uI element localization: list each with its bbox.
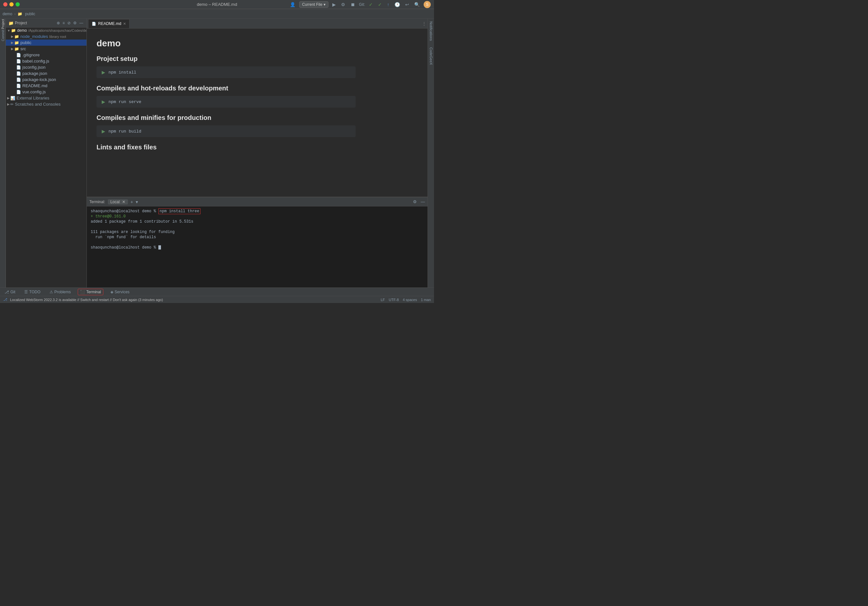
avatar[interactable]: S	[424, 1, 431, 8]
md-content: demo Project setup ▶ npm install Compile…	[96, 38, 356, 151]
commit-icon[interactable]: Commit	[0, 33, 6, 38]
maximize-button[interactable]	[16, 2, 20, 6]
problems-bottom-btn[interactable]: ⚠ Problems	[48, 289, 73, 295]
tree-item-src[interactable]: ▶ 📁 src	[6, 46, 87, 52]
tree-item-public[interactable]: ▶ 📁 public	[6, 40, 87, 46]
tree-item-readme[interactable]: 📄 README.md	[6, 82, 87, 89]
external-libs-icon: 📊	[10, 96, 15, 101]
tree-item-root[interactable]: ▼ 📁 demo /Applications/shaoqunchao/Codes…	[6, 28, 87, 33]
vue-config-label: vue.config.js	[22, 89, 46, 94]
services-icon: ◈	[110, 290, 113, 294]
project-icon[interactable]: Project	[0, 22, 6, 26]
minimize-button[interactable]	[9, 2, 14, 6]
file-tree-title: Project	[15, 21, 55, 25]
terminal-line-2: + three@0.161.0	[91, 214, 424, 219]
tree-item-babel[interactable]: 📄 babel.config.js	[6, 58, 87, 64]
public-label: public	[20, 40, 31, 45]
tree-item-scratches[interactable]: ▶ ✏ Scratches and Consoles	[6, 101, 87, 107]
tree-item-gitignore[interactable]: 📄 .gitignore	[6, 52, 87, 58]
tab-more-icon[interactable]: ⋮	[422, 21, 426, 26]
tree-item-vue-config[interactable]: 📄 vue.config.js	[6, 89, 87, 95]
tree-add-icon[interactable]: ⊕	[56, 20, 60, 26]
readme-tab-icon: 📄	[91, 22, 96, 26]
revert-icon[interactable]: ↩	[404, 1, 410, 8]
status-spaces: 4 spaces	[403, 298, 417, 302]
todo-bottom-btn[interactable]: ☰ TODO	[22, 289, 42, 295]
tree-item-package[interactable]: 📄 package.json	[6, 70, 87, 76]
section-prod-title: Compiles and minifies for production	[96, 114, 356, 121]
notifications-icon[interactable]: Notifications	[429, 22, 433, 41]
terminal-bottom-btn[interactable]: ⬛ Terminal	[78, 289, 103, 295]
readme-icon: 📄	[16, 84, 21, 88]
current-file-label: Current File	[302, 2, 322, 7]
terminal-local-tab[interactable]: Local ✕	[108, 199, 128, 205]
node-modules-label: node_modules	[20, 34, 48, 39]
terminal-add-icon[interactable]: +	[130, 199, 133, 205]
tree-item-package-lock[interactable]: 📄 package-lock.json	[6, 76, 87, 82]
tree-filter-icon[interactable]: ⊘	[67, 20, 71, 26]
editor-area[interactable]: demo Project setup ▶ npm install Compile…	[87, 28, 428, 197]
breadcrumb-project[interactable]: demo	[3, 12, 12, 16]
avatar-letter: S	[426, 2, 428, 7]
code-block-build: ▶ npm run build	[96, 126, 356, 137]
tree-item-external-libs[interactable]: ▶ 📊 External Libraries	[6, 95, 87, 101]
git-push-icon[interactable]: ↑	[386, 1, 391, 8]
main-area: Project Commit 📁 Project ⊕ ≡ ⊘ ⚙ — ▼ 📁 d…	[0, 19, 434, 303]
terminal-line-1: shaoqunchao@localhost demo % npm install…	[91, 209, 424, 214]
codegeex-icon[interactable]: CodeGeeX	[429, 47, 433, 65]
git-bottom-btn[interactable]: ⎇ Git	[3, 289, 17, 295]
babel-icon: 📄	[16, 59, 21, 64]
tree-item-jsconfig[interactable]: 📄 jsconfig.json	[6, 64, 87, 70]
todo-label: TODO	[29, 290, 40, 294]
terminal-line-8: shaoqunchao@localhost demo %	[91, 246, 424, 250]
problems-icon: ⚠	[50, 290, 53, 294]
current-file-button[interactable]: Current File ▾	[299, 1, 329, 8]
status-bar: ⎇ Localized WebStorm 2022.3.2 is availab…	[0, 296, 434, 303]
file-tree-header: 📁 Project ⊕ ≡ ⊘ ⚙ —	[6, 19, 87, 28]
terminal-cursor	[158, 246, 161, 250]
user-icon[interactable]: 👤	[288, 1, 297, 8]
terminal-line-6: run `npm fund` for details	[91, 235, 424, 239]
terminal-body[interactable]: shaoqunchao@localhost demo % npm install…	[87, 207, 428, 287]
breadcrumb-folder[interactable]: public	[25, 12, 35, 16]
tree-close-icon[interactable]: —	[79, 20, 84, 26]
history-icon[interactable]: 🕐	[393, 1, 401, 8]
terminal-tab-label: Local	[110, 200, 120, 204]
terminal-minimize-icon[interactable]: —	[421, 199, 425, 204]
terminal-prompt-1: shaoqunchao@localhost demo %	[91, 209, 158, 214]
jsconfig-icon: 📄	[16, 65, 21, 70]
package-icon: 📄	[16, 71, 21, 76]
git-bottom-label: Git	[10, 290, 15, 294]
terminal-line-7	[91, 240, 424, 245]
terminal-bottom-icon: ⬛	[80, 290, 85, 294]
todo-icon: ☰	[24, 290, 28, 294]
terminal-line-3: added 1 package from 1 contributor in 5.…	[91, 219, 424, 224]
git-check2-icon[interactable]: ✓	[377, 1, 383, 8]
md-title: demo	[96, 38, 356, 49]
services-bottom-btn[interactable]: ◈ Services	[108, 289, 132, 295]
second-toolbar: demo › 📁 public	[0, 9, 434, 19]
package-label: package.json	[22, 71, 47, 76]
gitignore-label: .gitignore	[22, 53, 40, 57]
status-message[interactable]: Localized WebStorm 2022.3.2 is available…	[10, 298, 378, 302]
content-layout: Project Commit 📁 Project ⊕ ≡ ⊘ ⚙ — ▼ 📁 d…	[0, 19, 434, 287]
tree-item-node-modules[interactable]: ▶ 📁 node_modules library root	[6, 33, 87, 40]
root-folder-icon: 📁	[11, 28, 16, 33]
run-icon[interactable]: ▶	[331, 1, 337, 8]
stop-icon[interactable]: ⏹	[349, 1, 356, 8]
external-libs-label: External Libraries	[17, 96, 49, 101]
tab-close-icon[interactable]: ✕	[123, 22, 126, 26]
tree-settings-icon[interactable]: ⚙	[73, 20, 78, 26]
status-encoding: UTF-8	[389, 298, 399, 302]
code-arrow-icon: ▶	[102, 70, 105, 75]
terminal-settings-icon[interactable]: ⚙	[413, 199, 417, 204]
traffic-lights	[3, 2, 20, 6]
debug-icon[interactable]: ⚙	[340, 1, 347, 8]
close-button[interactable]	[3, 2, 8, 6]
search-icon[interactable]: 🔍	[413, 1, 421, 8]
tree-collapse-icon[interactable]: ≡	[62, 20, 65, 26]
tab-readme[interactable]: 📄 README.md ✕	[88, 19, 130, 28]
terminal-dropdown-icon[interactable]: ▾	[136, 199, 138, 205]
git-check-icon[interactable]: ✓	[367, 1, 374, 8]
terminal-tab-close[interactable]: ✕	[122, 200, 126, 204]
